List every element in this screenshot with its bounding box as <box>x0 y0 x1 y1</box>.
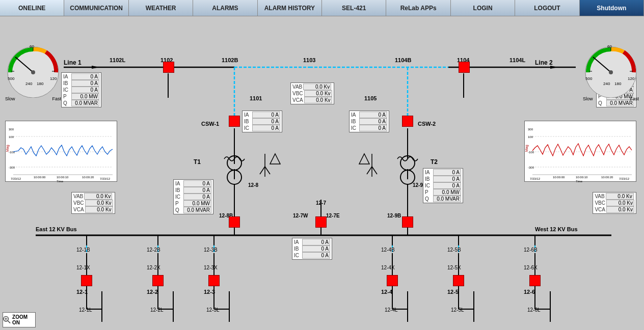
svg-text:10:00:10: 10:00:10 <box>57 176 69 179</box>
svg-text:10:00:00: 10:00:00 <box>553 176 565 179</box>
svg-text:-300: -300 <box>9 166 15 169</box>
label-124: 12-4 <box>381 289 393 295</box>
switch-127[interactable] <box>315 216 327 228</box>
line1-data-box: IA0 A IB0 A IC0 A P0.0 MW Q0.0 MVAR <box>61 72 101 107</box>
east-bus-voltage-box: VAB0.0 Kv VBC0.0 Kv VCA0.0 Kv <box>71 192 115 214</box>
switch-121[interactable] <box>81 275 92 286</box>
svg-marker-73 <box>270 154 280 164</box>
svg-text:300: 300 <box>528 128 533 131</box>
nav-shutdown[interactable]: Shutdown <box>580 0 644 16</box>
nav-communication[interactable]: COMMUNICATION <box>64 0 128 16</box>
zoom-icon <box>3 316 11 324</box>
nav-logout[interactable]: LOGOUT <box>515 0 579 16</box>
west-bus-voltage-box: VAB0.0 Kv VBC0.0 Kv VCA0.0 Kv <box>593 192 636 214</box>
label-121B: 12-1B <box>76 247 90 253</box>
svg-text:7/23/12: 7/23/12 <box>100 177 111 180</box>
label-122L: 12-2L <box>150 307 164 313</box>
zoom-button[interactable]: ZOOM ON <box>3 312 36 327</box>
svg-text:Time: Time <box>57 180 64 182</box>
label-123B: 12-3B <box>204 247 218 253</box>
svg-text:60: 60 <box>607 44 612 49</box>
navigation-bar: ONELINE COMMUNICATION WEATHER ALARMS ALA… <box>0 0 644 16</box>
label-126B: 12-6B <box>524 247 538 253</box>
label-123L: 12-3L <box>206 307 220 313</box>
nav-oneline[interactable]: ONELINE <box>0 0 64 16</box>
nav-weather[interactable]: WEATHER <box>129 0 193 16</box>
csw1-data-box: IA0 A IB0 A IC0 A <box>242 111 282 132</box>
svg-text:10:00:20: 10:00:20 <box>601 176 613 179</box>
svg-text:300: 300 <box>9 128 14 131</box>
svg-text:10:00:00: 10:00:00 <box>34 176 46 179</box>
svg-text:Time: Time <box>576 180 583 182</box>
label-126: 12-6 <box>524 289 535 295</box>
label-125L: 12-5L <box>451 307 464 313</box>
switch-128[interactable] <box>229 216 240 228</box>
nav-alarm-history[interactable]: ALARM HISTORY <box>258 0 322 16</box>
chart-left: Mag 100 -100 300 -300 7/23/12 10:00:00 1… <box>5 121 117 182</box>
switch-csw1[interactable] <box>229 116 240 127</box>
label-line2: Line 2 <box>535 59 553 66</box>
zoom-button-label: ZOOM ON <box>12 314 35 325</box>
svg-line-78 <box>372 167 377 174</box>
svg-text:-100: -100 <box>528 151 534 154</box>
switch-129[interactable] <box>402 216 413 228</box>
label-121X: 12-1X <box>76 265 90 270</box>
svg-marker-7 <box>92 66 99 69</box>
label-1103: 1103 <box>303 57 315 63</box>
svg-text:240: 240 <box>25 81 33 86</box>
label-127W: 12-7W <box>293 213 308 218</box>
label-1101: 1101 <box>250 95 262 101</box>
label-129B: 12-9B <box>387 213 401 218</box>
nav-sel421[interactable]: SEL-421 <box>322 0 386 16</box>
svg-text:500: 500 <box>8 76 15 81</box>
gauge-left-slow-label: Slow <box>5 96 15 101</box>
csw2-data-box: IA0 A IB0 A IC0 A <box>349 111 389 132</box>
label-123: 12-3 <box>204 289 215 295</box>
label-t1: T1 <box>194 158 201 166</box>
svg-text:7/23/12: 7/23/12 <box>530 177 541 180</box>
switch-126[interactable] <box>529 275 541 286</box>
svg-marker-80 <box>359 154 369 164</box>
gauge-left: 500 60 120 240 180 Slow Fast <box>5 42 61 98</box>
t2-data-box: IA0 A IB0 A IC0 A P0.0 MW Q0.0 MVAR <box>423 168 463 203</box>
svg-point-101 <box>609 70 613 74</box>
switch-125[interactable] <box>453 275 464 286</box>
svg-text:-300: -300 <box>528 166 534 169</box>
label-1105: 1105 <box>364 95 377 101</box>
label-125X: 12-5X <box>447 265 461 270</box>
svg-text:120: 120 <box>50 76 57 81</box>
gauge-right-fast-label: Fast <box>630 96 639 101</box>
label-t2: T2 <box>431 158 438 166</box>
t1-data-box: IA0 A IB0 A IC0 A P0.0 MW Q0.0 MVAR <box>173 179 213 214</box>
svg-text:60: 60 <box>30 44 34 49</box>
chart-right: Mag 100 -100 300 -300 7/23/12 10:00:00 1… <box>524 121 636 182</box>
svg-line-77 <box>367 167 372 174</box>
svg-point-90 <box>31 70 35 74</box>
label-129: 12-9 <box>413 182 423 188</box>
gauge-right: 500 60 120 240 180 Slow Fast <box>583 42 639 98</box>
switch-122[interactable] <box>152 275 164 286</box>
switch-124[interactable] <box>387 275 398 286</box>
switch-csw2[interactable] <box>402 116 413 127</box>
label-122B: 12-2B <box>147 247 160 253</box>
label-123X: 12-3X <box>204 265 218 270</box>
sw127-data-box: IA0 A IB0 A IC0 A <box>292 238 332 260</box>
switch-1102[interactable] <box>163 62 174 73</box>
svg-text:10:00:10: 10:00:10 <box>576 176 588 179</box>
label-125B: 12-5B <box>447 247 461 253</box>
svg-text:180: 180 <box>614 81 622 86</box>
label-122X: 12-2X <box>147 265 160 270</box>
switch-1104[interactable] <box>459 62 470 73</box>
nav-alarms[interactable]: ALARMS <box>193 0 257 16</box>
label-126X: 12-6X <box>524 265 538 270</box>
switch-123[interactable] <box>208 275 220 286</box>
label-east-bus: East 12 KV Bus <box>36 226 77 232</box>
svg-text:240: 240 <box>603 81 610 86</box>
nav-login[interactable]: LOGIN <box>451 0 515 16</box>
label-1102B: 1102B <box>222 57 238 63</box>
svg-line-71 <box>265 167 270 174</box>
label-1102L: 1102L <box>110 57 125 63</box>
nav-relab[interactable]: ReLab APPs <box>386 0 450 16</box>
label-124X: 12-4X <box>381 265 395 270</box>
label-122: 12-2 <box>147 289 158 295</box>
